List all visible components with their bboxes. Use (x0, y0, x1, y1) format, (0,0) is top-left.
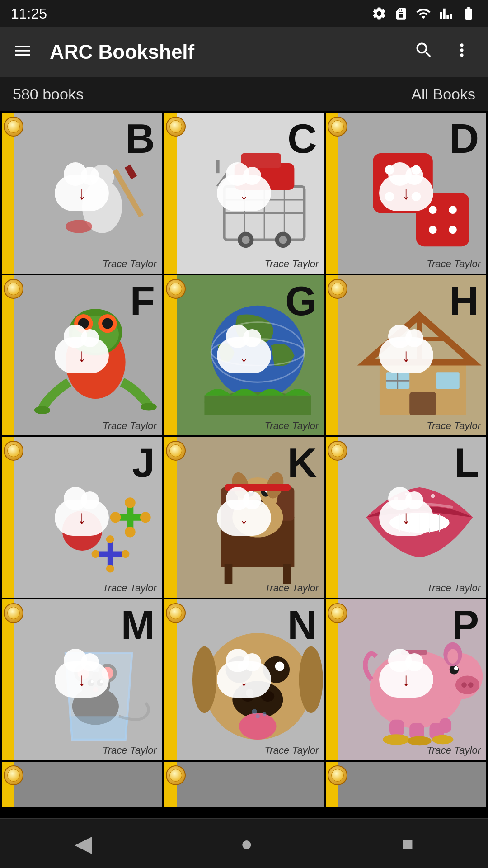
download-cloud-k[interactable]: ↓ (217, 500, 271, 536)
home-button[interactable]: ● (222, 827, 271, 860)
svg-point-124 (454, 666, 458, 670)
svg-point-113 (192, 646, 216, 713)
svg-point-57 (140, 512, 151, 523)
cloud-arrow: ↓ (77, 507, 86, 528)
book-item-j[interactable]: J Trace Taylor ↓ (2, 437, 162, 598)
more-options-button[interactable] (448, 37, 475, 68)
books-filter: All Books (411, 85, 475, 103)
download-cloud-j[interactable]: ↓ (55, 500, 109, 536)
cloud-arrow: ↓ (402, 345, 411, 366)
recent-button[interactable]: ■ (384, 827, 432, 860)
badge-inner (169, 607, 182, 619)
book-letter-k: K (287, 443, 317, 483)
nav-bar: ◀ ● ■ (0, 818, 488, 868)
yellow-stripe-p (326, 599, 338, 760)
cloud-shape: ↓ (217, 175, 271, 211)
download-cloud-c[interactable]: ↓ (217, 175, 271, 211)
svg-point-115 (252, 709, 257, 714)
battery-icon (460, 6, 477, 21)
download-cloud-g[interactable]: ↓ (217, 337, 271, 373)
svg-point-65 (106, 565, 114, 573)
download-cloud-f[interactable]: ↓ (55, 337, 109, 373)
badge-h (328, 279, 347, 299)
cloud-arrow: ↓ (239, 183, 249, 203)
svg-rect-48 (410, 392, 436, 415)
partial-book-3[interactable] (326, 762, 486, 807)
search-button[interactable] (410, 37, 437, 68)
cloud-shape: ↓ (55, 500, 109, 536)
svg-point-14 (242, 236, 250, 244)
svg-rect-12 (241, 153, 281, 168)
cloud-shape: ↓ (379, 337, 433, 373)
download-cloud-m[interactable]: ↓ (55, 661, 109, 698)
book-author-m: Trace Taylor (103, 745, 157, 756)
book-letter-m: M (121, 605, 155, 646)
book-author-n: Trace Taylor (265, 745, 319, 756)
book-item-n[interactable]: N Trace Taylor ↓ (164, 599, 324, 760)
badge-inner (169, 444, 182, 457)
partial-book-2[interactable] (164, 762, 324, 807)
download-cloud-d[interactable]: ↓ (379, 175, 433, 211)
badge-b (4, 117, 23, 137)
yellow-stripe-c (164, 113, 177, 274)
cloud-arrow: ↓ (402, 670, 411, 690)
svg-point-59 (125, 527, 136, 538)
cloud-arrow: ↓ (77, 345, 86, 366)
yellow-stripe-k (164, 437, 177, 598)
signal-icon (439, 6, 453, 21)
svg-point-56 (110, 512, 121, 523)
yellow-stripe-g (164, 275, 177, 436)
badge-f (4, 279, 23, 299)
book-item-p[interactable]: P Trace Taylor ↓ (326, 599, 486, 760)
book-item-m[interactable]: M Trace Taylor ↓ (2, 599, 162, 760)
badge-d (328, 117, 347, 137)
svg-point-62 (91, 550, 99, 558)
partial-row (0, 762, 488, 807)
badge-g (166, 279, 186, 299)
app-title: ARC Bookshelf (50, 41, 399, 63)
yellow-stripe-h (326, 275, 338, 436)
download-cloud-l[interactable]: ↓ (379, 500, 433, 536)
book-item-g[interactable]: G Trace Taylor ↓ (164, 275, 324, 436)
badge-inner (331, 444, 344, 457)
book-letter-f: F (130, 281, 155, 321)
book-author-h: Trace Taylor (427, 420, 481, 432)
book-item-b[interactable]: B Trace Taylor ↓ (2, 113, 162, 274)
svg-rect-42 (204, 395, 311, 415)
cloud-shape: ↓ (217, 337, 271, 373)
svg-rect-50 (436, 372, 460, 389)
svg-point-63 (122, 550, 130, 558)
svg-point-132 (383, 734, 410, 745)
back-button[interactable]: ◀ (56, 825, 110, 862)
book-author-b: Trace Taylor (103, 258, 157, 270)
download-cloud-h[interactable]: ↓ (379, 337, 433, 373)
books-count: 580 books (13, 85, 84, 103)
book-item-f[interactable]: F Trace Taylor ↓ (2, 275, 162, 436)
download-cloud-b[interactable]: ↓ (55, 175, 109, 211)
menu-button[interactable] (13, 41, 33, 63)
yellow-stripe-m (2, 599, 14, 760)
book-item-d[interactable]: D Trace Taylor ↓ (326, 113, 486, 274)
yellow-stripe-j (2, 437, 14, 598)
cloud-shape: ↓ (379, 500, 433, 536)
download-cloud-n[interactable]: ↓ (217, 661, 271, 698)
svg-point-27 (429, 226, 437, 234)
book-item-c[interactable]: C Trace Taylor ↓ (164, 113, 324, 274)
book-item-k[interactable]: K Trace Taylor ↓ (164, 437, 324, 598)
book-author-g: Trace Taylor (265, 420, 319, 432)
toolbar: ARC Bookshelf (0, 27, 488, 77)
book-item-l[interactable]: L Trace Taylor ↓ (326, 437, 486, 598)
badge-inner (7, 607, 20, 619)
cloud-shape: ↓ (217, 661, 271, 698)
book-letter-h: H (450, 281, 479, 321)
svg-rect-68 (224, 564, 232, 584)
cloud-arrow: ↓ (402, 183, 411, 203)
svg-point-37 (141, 403, 157, 411)
partial-book-1[interactable] (2, 762, 162, 807)
book-item-h[interactable]: H Trace Taylor ↓ (326, 275, 486, 436)
books-header: 580 books All Books (0, 77, 488, 111)
svg-point-126 (448, 649, 459, 664)
download-cloud-p[interactable]: ↓ (379, 661, 433, 698)
badge-inner (331, 283, 344, 295)
svg-point-88 (431, 494, 435, 498)
